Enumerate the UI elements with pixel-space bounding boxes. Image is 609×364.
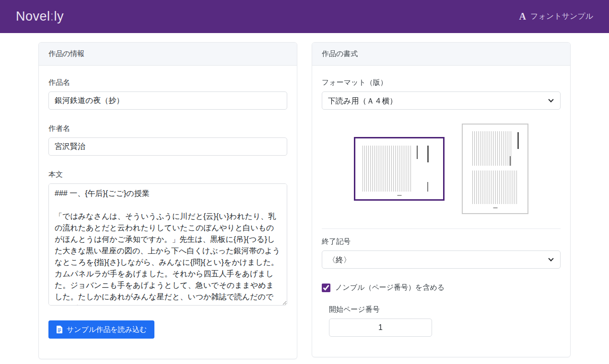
start-page-input[interactable] (329, 318, 432, 337)
thumbnail-author-line (510, 156, 511, 166)
load-sample-button-label: サンプル作品を読み込む (67, 325, 147, 334)
font-letter-icon: A (519, 11, 526, 22)
logo-text-prefix: Novel (16, 9, 50, 23)
start-page-field: 開始ページ番号 (329, 305, 561, 337)
work-info-card-body: 作品名 作者名 本文 ### 一、{午后}{ごご}の授業 「ではみなさんは、そう… (39, 66, 297, 359)
format-card-body: フォーマット（版） 下読み用（Ａ４横） (312, 66, 570, 357)
load-sample-button[interactable]: サンプル作品を読み込む (48, 320, 154, 339)
app-header: Novel:ly A フォントサンプル (0, 0, 609, 33)
novelly-logo[interactable]: Novel:ly (16, 9, 64, 24)
work-info-card-title: 作品の情報 (39, 43, 297, 66)
logo-colon: : (50, 9, 54, 23)
author-name-input[interactable] (48, 137, 287, 156)
end-mark-select-label: 終了記号 (322, 237, 561, 246)
main-content: 作品の情報 作品名 作者名 本文 ### 一、{午后}{ごご}の授業 「ではみな… (0, 33, 609, 359)
thumbnail-page-number (397, 195, 401, 196)
start-page-label: 開始ページ番号 (329, 305, 561, 314)
thumbnail-author-line (427, 182, 428, 192)
page-thumbnail-landscape-selected[interactable] (354, 137, 445, 201)
body-text-textarea[interactable]: ### 一、{午后}{ごご}の授業 「ではみなさんは、そういうふうに川だと{云}… (48, 183, 287, 306)
thumbnail-text-lines (472, 171, 518, 204)
font-sample-label: フォントサンプル (530, 11, 593, 22)
format-preview-thumbnails (322, 123, 561, 214)
thumbnail-title-line (517, 132, 519, 149)
format-card: 作品の書式 フォーマット（版） 下読み用（Ａ４横） (312, 42, 571, 357)
section-divider (322, 228, 561, 229)
author-name-label: 作者名 (48, 124, 287, 133)
thumbnail-title-line (427, 146, 429, 163)
page-thumbnail-portrait[interactable] (462, 124, 528, 214)
format-select-label: フォーマット（版） (322, 78, 561, 87)
document-icon (56, 326, 63, 333)
nombre-checkbox-label: ノンブル（ページ番号）を含める (335, 283, 445, 292)
format-select[interactable]: 下読み用（Ａ４横） (322, 91, 561, 110)
thumbnail-text-lines (363, 146, 411, 192)
nombre-checkbox-row: ノンブル（ページ番号）を含める (322, 283, 561, 292)
thumbnail-text-lines (472, 131, 513, 166)
nombre-checkbox[interactable] (322, 284, 330, 292)
body-text-label: 本文 (48, 170, 287, 179)
font-sample-link[interactable]: A フォントサンプル (519, 11, 593, 22)
thumbnail-page-number (493, 207, 497, 208)
work-name-input[interactable] (48, 91, 287, 110)
work-name-label: 作品名 (48, 78, 287, 87)
logo-text-suffix: ly (54, 9, 64, 23)
end-mark-select[interactable]: 〈終〉 (322, 250, 561, 269)
work-info-card: 作品の情報 作品名 作者名 本文 ### 一、{午后}{ごご}の授業 「ではみな… (38, 42, 297, 359)
thumbnail-subtitle-line (417, 146, 418, 159)
format-card-title: 作品の書式 (312, 43, 570, 66)
